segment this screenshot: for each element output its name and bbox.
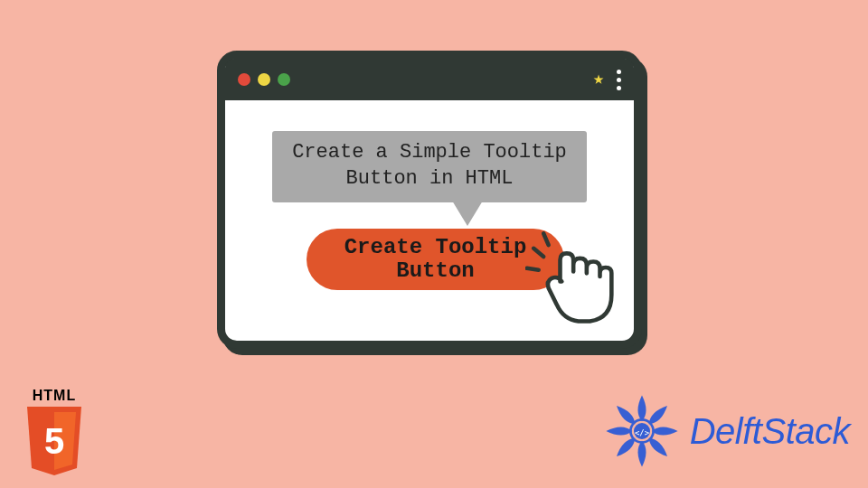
titlebar-right: ★ (593, 70, 621, 90)
html5-label: HTML (14, 388, 94, 404)
window-content: Create a Simple Tooltip Button in HTML C… (225, 100, 634, 341)
minimize-dot[interactable] (258, 73, 270, 86)
brand-mandala-icon: </> (601, 390, 683, 472)
browser-window: ★ Create a Simple Tooltip Button in HTML… (217, 51, 642, 349)
more-menu-icon[interactable] (617, 70, 621, 90)
html5-badge: HTML 5 (14, 388, 94, 479)
create-tooltip-button[interactable]: Create Tooltip Button (307, 229, 564, 290)
close-dot[interactable] (238, 73, 250, 86)
maximize-dot[interactable] (278, 73, 290, 86)
html5-number: 5 (44, 421, 64, 461)
button-label: Create Tooltip Button (321, 236, 550, 284)
tooltip-bubble: Create a Simple Tooltip Button in HTML (272, 131, 587, 202)
brand-logo: </> DelftStack (601, 390, 850, 472)
titlebar: ★ (225, 59, 634, 100)
brand-name: DelftStack (690, 411, 850, 452)
svg-text:</>: </> (635, 428, 650, 437)
star-icon[interactable]: ★ (593, 70, 604, 89)
html5-shield-icon: 5 (23, 407, 86, 479)
window-controls (238, 73, 290, 86)
